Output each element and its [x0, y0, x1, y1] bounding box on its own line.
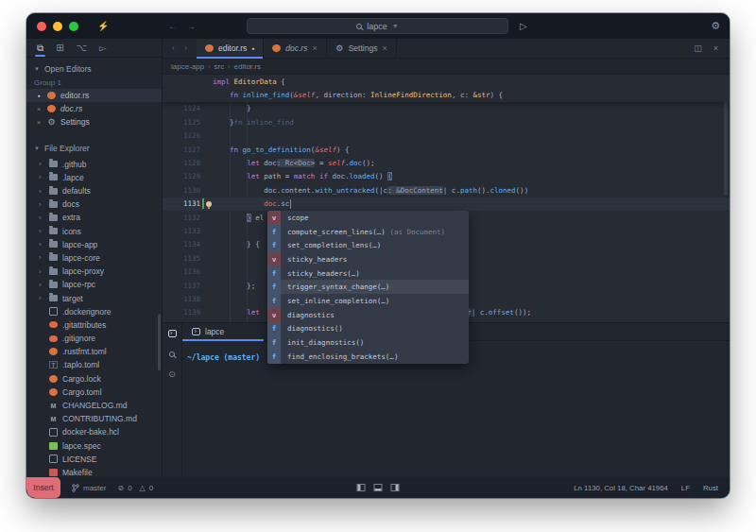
terminal-tab[interactable]: lapce: [182, 323, 264, 340]
tree-file[interactable]: .gitignore: [26, 332, 162, 345]
completion-item[interactable]: vdiagnostics: [267, 308, 469, 322]
code-text: let path = match if doc.loaded() {: [200, 172, 392, 180]
tree-file[interactable]: .rustfmt.toml: [26, 345, 162, 358]
terminal-prompt: ~/lapce (master): [187, 353, 260, 362]
tree-file[interactable]: docker-bake.hcl: [26, 425, 162, 438]
tree-folder[interactable]: ›defaults: [26, 184, 162, 197]
tree-file[interactable]: Cargo.lock: [26, 372, 162, 386]
tree-file[interactable]: lapce.spec: [26, 439, 162, 453]
breadcrumb-item[interactable]: src: [214, 62, 224, 71]
open-editor-item[interactable]: ●editor.rs: [26, 89, 162, 102]
debug-icon[interactable]: ▻: [99, 43, 107, 53]
workspace-search-box[interactable]: lapce ▼: [247, 18, 508, 34]
tree-folder[interactable]: ›lapce-app: [26, 238, 162, 251]
doc-icon: [49, 307, 58, 316]
close-icon[interactable]: ×: [35, 118, 43, 127]
sidebar-scrollbar[interactable]: [158, 314, 161, 370]
tree-folder[interactable]: ›docs: [26, 197, 162, 211]
tree-folder[interactable]: ›.github: [26, 158, 162, 171]
tree-folder[interactable]: ›lapce-core: [26, 251, 162, 265]
tabs-forward-button[interactable]: ›: [184, 43, 187, 53]
mode-badge[interactable]: Insert: [26, 477, 60, 498]
close-icon[interactable]: ×: [382, 43, 387, 53]
breadcrumb-item[interactable]: editor.rs: [234, 62, 261, 71]
tree-folder[interactable]: ›lapce-proxy: [26, 265, 162, 278]
window-minimize-button[interactable]: [53, 22, 62, 31]
function-kind-icon: f: [267, 350, 281, 364]
explorer-icon[interactable]: ⧉: [37, 43, 43, 53]
completion-item[interactable]: fset_inline_completion(…): [267, 294, 469, 308]
completion-item[interactable]: fdiagnostics(): [267, 322, 469, 336]
chevron-down-icon: ▼: [392, 23, 399, 29]
run-button[interactable]: ▷: [520, 21, 527, 31]
git-branch-indicator[interactable]: master: [72, 484, 106, 492]
language-mode[interactable]: Rust: [703, 484, 718, 492]
code-line[interactable]: 1130 doc.content.with_untracked(|c: &Doc…: [163, 183, 730, 197]
completion-item[interactable]: fcompute_screen_lines(…) (as Document): [267, 225, 469, 239]
window-close-button[interactable]: [37, 22, 46, 31]
completion-item[interactable]: ftrigger_syntax_change(…): [267, 280, 469, 294]
close-icon[interactable]: ×: [713, 43, 718, 53]
tree-folder[interactable]: ›icons: [26, 225, 162, 238]
completion-item[interactable]: ffind_enclosing_brackets(…): [267, 350, 469, 364]
tree-folder[interactable]: ›extra: [26, 211, 162, 224]
code-action-lightbulb-icon[interactable]: [206, 201, 212, 207]
toggle-left-panel-icon[interactable]: [357, 484, 366, 491]
tabs-back-button[interactable]: ‹: [172, 43, 175, 53]
tree-file[interactable]: Cargo.toml: [26, 386, 162, 399]
tree-file[interactable]: MCHANGELOG.md: [26, 399, 162, 412]
open-editors-header[interactable]: ▼ Open Editors: [26, 58, 162, 77]
nav-forward-button[interactable]: →: [186, 21, 196, 31]
split-editor-icon[interactable]: ◫: [694, 43, 702, 53]
toggle-bottom-panel-icon[interactable]: [374, 484, 383, 491]
completion-item[interactable]: vscope: [267, 211, 469, 225]
code-line[interactable]: 1128 let doc: Rc<Doc> = self.doc();: [163, 156, 730, 169]
tree-file[interactable]: Makefile: [26, 466, 162, 477]
variable-kind-icon: v: [267, 252, 281, 266]
nav-back-button[interactable]: ←: [168, 21, 178, 31]
rust-icon: [205, 44, 214, 52]
completion-item[interactable]: vsticky_headers: [267, 252, 469, 266]
source-control-icon[interactable]: ⌥: [77, 43, 88, 53]
problems-icon[interactable]: ⊙: [168, 370, 176, 379]
code-line[interactable]: 1126: [163, 129, 730, 143]
terminal-icon[interactable]: [168, 330, 177, 339]
tree-file[interactable]: T.taplo.toml: [26, 358, 162, 371]
tree-file[interactable]: .gitattributes: [26, 318, 162, 332]
completion-item[interactable]: fsticky_headers(…): [267, 266, 469, 281]
search-icon[interactable]: [169, 351, 175, 359]
code-line[interactable]: 1124 }: [163, 102, 730, 115]
tree-file[interactable]: .dockerignore: [26, 305, 162, 318]
code-line[interactable]: 1125 }fn inline_find: [163, 115, 730, 129]
breadcrumb-item[interactable]: lapce-app: [171, 62, 204, 71]
tree-file[interactable]: MCONTRIBUTING.md: [26, 412, 162, 425]
completion-item[interactable]: finit_diagnostics(): [267, 335, 469, 350]
open-editor-item[interactable]: ×⚙Settings: [26, 115, 162, 129]
window-zoom-button[interactable]: [69, 22, 78, 31]
tree-file[interactable]: LICENSE: [26, 453, 162, 466]
close-icon[interactable]: ×: [312, 43, 317, 53]
line-ending[interactable]: LF: [681, 484, 690, 492]
code-line[interactable]: 1129 let path = match if doc.loaded() {: [163, 170, 730, 183]
completion-item[interactable]: fset_completion_lens(…): [267, 238, 469, 252]
open-editor-item[interactable]: ×doc.rs: [26, 102, 162, 115]
file-explorer-header[interactable]: ▼ File Explorer: [26, 137, 162, 156]
settings-gear-icon[interactable]: ⚙: [711, 20, 720, 32]
search-icon: [356, 24, 362, 29]
close-icon[interactable]: ×: [35, 105, 43, 113]
text-cursor: [290, 199, 292, 209]
tab-editor-rs[interactable]: editor.rs ●: [197, 39, 264, 58]
toggle-right-panel-icon[interactable]: [391, 484, 400, 491]
tree-folder[interactable]: ›lapce-rpc: [26, 278, 162, 291]
rust-icon: [47, 92, 56, 99]
tab-settings[interactable]: ⚙ Settings ×: [327, 39, 397, 58]
cursor-position[interactable]: Ln 1130, Col 18, Char 41964: [574, 484, 668, 492]
tree-folder[interactable]: ›.lapce: [26, 171, 162, 184]
code-line[interactable]: 1131 doc.sc: [163, 197, 730, 211]
problems-indicator[interactable]: ⊘ 0 △ 0: [117, 484, 153, 492]
tree-folder[interactable]: ›target: [26, 291, 162, 304]
chevron-right-icon: ›: [39, 173, 44, 181]
plugin-icon[interactable]: ⊞: [56, 43, 63, 53]
code-line[interactable]: 1127 fn go_to_definition(&self) {: [163, 143, 730, 156]
tab-doc-rs[interactable]: doc.rs ×: [264, 39, 326, 58]
